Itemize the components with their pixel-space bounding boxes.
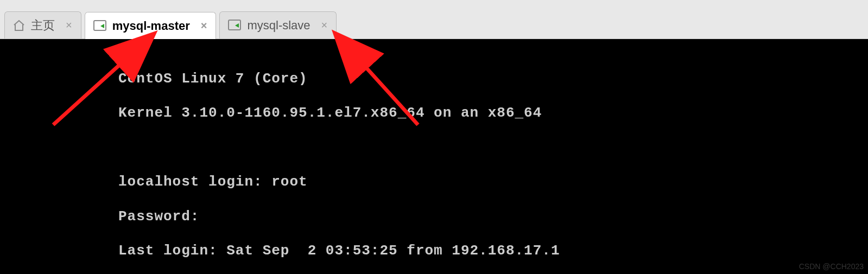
tab-label: mysql-master (112, 19, 190, 33)
terminal-icon (227, 18, 242, 33)
terminal-line: Kernel 3.10.0-1160.95.1.el7.x86_64 on an… (118, 105, 868, 122)
tab-mysql-slave[interactable]: mysql-slave × (219, 11, 337, 39)
terminal-line (118, 139, 868, 157)
close-icon[interactable]: × (66, 19, 72, 31)
tab-bar: 主页 × mysql-master × mysql-slave × (0, 0, 868, 39)
terminal-line: localhost login: root (118, 174, 868, 191)
close-icon[interactable]: × (321, 19, 328, 31)
terminal-line: CentOS Linux 7 (Core) (118, 71, 868, 88)
home-icon (12, 19, 26, 32)
terminal-output[interactable]: CentOS Linux 7 (Core) Kernel 3.10.0-1160… (0, 39, 868, 274)
close-icon[interactable]: × (201, 20, 207, 32)
terminal-line: Last login: Sat Sep 2 03:53:25 from 192.… (118, 243, 868, 260)
terminal-icon (93, 19, 107, 33)
watermark: CSDN @CCH2023 (799, 262, 864, 271)
tab-home[interactable]: 主页 × (4, 11, 81, 39)
terminal-line: Password: (118, 208, 868, 226)
svg-marker-3 (235, 23, 239, 28)
tab-label: mysql-slave (247, 18, 310, 33)
tab-label: 主页 (31, 17, 55, 34)
svg-marker-1 (100, 24, 104, 28)
tab-mysql-master[interactable]: mysql-master × (85, 12, 217, 39)
